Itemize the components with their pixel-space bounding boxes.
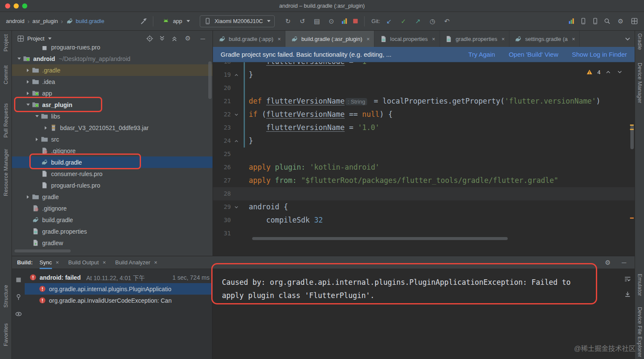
sync-icon[interactable]: ↻ xyxy=(282,17,293,25)
fold-marker-icon[interactable] xyxy=(231,68,242,81)
hidden-tabs-icon[interactable] xyxy=(624,35,631,43)
soft-wrap-icon[interactable] xyxy=(624,275,631,283)
search-everywhere-icon[interactable] xyxy=(603,17,611,25)
collapse-all-icon[interactable] xyxy=(170,35,178,42)
zoom-window-button[interactable] xyxy=(22,3,27,9)
tree-item-android[interactable]: android~/Desktop/my_app/android xyxy=(12,53,213,64)
tool-stripe-device-file-explorer[interactable]: Device File Explorer xyxy=(637,307,643,357)
preview-icon[interactable] xyxy=(14,310,22,318)
tree-item-app[interactable]: app xyxy=(12,87,213,99)
tree-toggle-icon[interactable] xyxy=(33,115,40,117)
run-configuration-select[interactable]: app xyxy=(158,16,194,27)
tree-item-libs[interactable]: libs xyxy=(12,110,213,122)
device-manager-icon[interactable] xyxy=(579,17,587,25)
fold-marker-icon[interactable] xyxy=(231,200,242,214)
build-tab-sync[interactable]: Sync× xyxy=(40,256,59,269)
build-row-org-gradle-api-internal-plugins-pluginapplicatio[interactable]: org.gradle.api.internal.plugins.PluginAp… xyxy=(25,283,212,295)
layout-icon[interactable] xyxy=(630,17,638,25)
tab-gradle-properties[interactable]: gradle.properties× xyxy=(440,31,509,47)
banner-action-try-again[interactable]: Try Again xyxy=(469,51,495,58)
device-mirroring-icon[interactable] xyxy=(591,17,599,25)
breadcrumb-item-asr-plugin[interactable]: asr_plugin xyxy=(32,18,58,24)
history-icon[interactable]: ◷ xyxy=(427,17,438,25)
tab-settings-gradle-a[interactable]: settings.gradle (a× xyxy=(509,31,580,47)
tool-stripe-commit[interactable]: Commit xyxy=(3,65,9,84)
close-tab-icon[interactable]: × xyxy=(103,259,106,266)
update-project-icon[interactable]: ↙ xyxy=(383,17,394,25)
chevron-down-icon[interactable] xyxy=(48,38,52,40)
tree-item-idea[interactable]: .idea xyxy=(12,76,213,87)
project-tree-horizontal-scrollbar[interactable] xyxy=(14,249,71,252)
close-tab-icon[interactable]: × xyxy=(56,259,59,266)
warning-stripe-mark[interactable] xyxy=(630,124,634,126)
tree-item-consumer-rules-pro[interactable]: consumer-rules.pro xyxy=(12,168,213,180)
tree-toggle-icon[interactable] xyxy=(24,80,32,84)
close-tab-icon[interactable]: × xyxy=(501,36,505,42)
profiler-icon[interactable] xyxy=(340,17,348,25)
commit-icon[interactable]: ✓ xyxy=(398,17,409,25)
tree-toggle-icon[interactable] xyxy=(24,69,32,72)
build-tab-build-analyzer[interactable]: Build Analyzer× xyxy=(115,256,157,269)
tree-item-gitignore[interactable]: .gitignore xyxy=(12,203,213,214)
tree-toggle-icon[interactable] xyxy=(33,138,40,141)
tool-stripe-structure[interactable]: Structure xyxy=(3,285,9,307)
code-editor[interactable]: 18 flutterVersionCode = '1'19}2021def fl… xyxy=(213,62,635,256)
fold-marker-icon[interactable] xyxy=(231,108,242,121)
expand-all-icon[interactable] xyxy=(158,35,166,42)
tool-window-settings-icon[interactable]: ⚙ xyxy=(182,35,193,42)
tool-stripe-pull-requests[interactable]: Pull Requests xyxy=(3,103,9,138)
minimize-window-button[interactable] xyxy=(14,3,19,9)
profiler-tool-icon[interactable] xyxy=(567,17,575,25)
tree-item-gradle[interactable]: .gradle xyxy=(12,64,213,76)
settings-icon[interactable]: ⚙ xyxy=(615,17,626,25)
pin-tab-icon[interactable] xyxy=(14,293,22,301)
tree-toggle-icon[interactable] xyxy=(42,126,49,130)
tool-stripe-device-manager[interactable]: Device Manager xyxy=(637,63,643,103)
tree-item-gradlew[interactable]: gradlew xyxy=(12,237,213,249)
tab-build-gradle-app[interactable]: build.gradle (:app)× xyxy=(213,31,285,47)
device-select[interactable]: Xiaomi M2006J10C xyxy=(200,15,275,27)
tool-stripe-favorites[interactable]: Favorites xyxy=(3,323,9,346)
tree-toggle-icon[interactable] xyxy=(24,104,32,106)
tree-toggle-icon[interactable] xyxy=(24,92,32,95)
banner-action-show-log-in-finder[interactable]: Show Log in Finder xyxy=(572,51,627,58)
warning-stripe-mark[interactable] xyxy=(630,217,634,219)
next-problem-icon[interactable] xyxy=(616,68,624,76)
scroll-to-end-icon[interactable] xyxy=(624,290,631,298)
hide-tool-window-icon[interactable]: ─ xyxy=(197,35,208,42)
close-tab-icon[interactable]: × xyxy=(572,36,575,42)
close-window-button[interactable] xyxy=(5,3,10,9)
project-tree-vertical-scrollbar[interactable] xyxy=(208,61,212,99)
tab-build-gradle-asr-plugin[interactable]: build.gradle (:asr_plugin)× xyxy=(285,31,374,47)
banner-action-open-build-view[interactable]: Open 'Build' View xyxy=(509,51,558,58)
build-tab-build-output[interactable]: Build Output× xyxy=(68,256,106,269)
tree-item-proguard-rules-pro[interactable]: proguard-rules.pro xyxy=(12,46,213,53)
hide-build-panel-icon[interactable]: ─ xyxy=(618,259,630,266)
inspections-widget[interactable]: 4 xyxy=(586,68,624,76)
tree-item-build-gradle[interactable]: build.gradle xyxy=(12,214,213,226)
tree-toggle-icon[interactable] xyxy=(24,195,32,199)
stop-build-icon[interactable] xyxy=(14,276,22,284)
run-configurations-icon[interactable]: ▤ xyxy=(311,17,322,25)
stop-icon[interactable] xyxy=(351,17,359,25)
rollback-icon[interactable]: ↶ xyxy=(441,17,452,25)
tool-stripe-gradle[interactable]: Gradle xyxy=(637,33,643,50)
tool-stripe-emulator[interactable]: Emulator xyxy=(637,274,643,296)
breadcrumb-item-build-gradle[interactable]: build.gradle xyxy=(66,17,104,25)
build-console[interactable]: Caused by: org.gradle.api.internal.plugi… xyxy=(212,269,635,359)
tree-item-src[interactable]: src xyxy=(12,133,213,145)
close-tab-icon[interactable]: × xyxy=(154,259,158,266)
close-tab-icon[interactable]: × xyxy=(366,36,370,42)
tree-item-asr-plugin[interactable]: asr_plugin xyxy=(12,99,213,110)
build-row-org-gradle-api-invalidusercodeexception-can[interactable]: org.gradle.api.InvalidUserCodeException:… xyxy=(25,295,212,306)
locate-file-icon[interactable] xyxy=(145,35,154,42)
tree-item-gradle[interactable]: gradle xyxy=(12,191,213,203)
push-icon[interactable]: ↗ xyxy=(412,17,423,25)
editor-horizontal-scrollbar[interactable] xyxy=(252,237,508,240)
fold-marker-icon[interactable] xyxy=(231,134,242,148)
close-tab-icon[interactable]: × xyxy=(278,36,281,42)
build-row-android-failed[interactable]: android: failedAt 10.11.22, 4:01 下午1 sec… xyxy=(25,272,212,283)
tree-toggle-icon[interactable] xyxy=(15,58,23,60)
tree-item-build-gradle[interactable]: build.gradle xyxy=(12,156,213,168)
breadcrumb-item-android[interactable]: android xyxy=(6,18,24,24)
